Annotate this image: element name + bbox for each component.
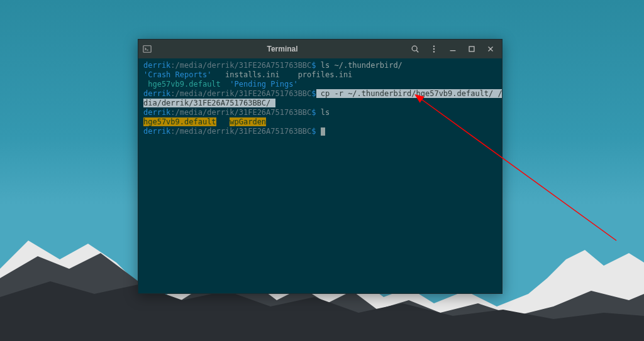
prompt-sep: $ <box>311 89 316 98</box>
svg-point-4 <box>433 45 435 46</box>
minimize-button[interactable] <box>445 41 460 57</box>
terminal-body[interactable]: derrik:/media/derrik/31FE26A751763BBC$ l… <box>138 58 502 293</box>
prompt-user: derrik <box>143 61 170 70</box>
selected-command: cp -r ~/.thunderbird/hge57vb9.default/ /… <box>316 89 502 98</box>
menu-button[interactable] <box>426 41 441 57</box>
prompt-path: :/media/derrik/31FE26A751763BBC <box>170 89 311 98</box>
prompt-path: :/media/derrik/31FE26A751763BBC <box>170 61 311 70</box>
close-button[interactable] <box>483 41 498 57</box>
terminal-line: derrik:/media/derrik/31FE26A751763BBC$ c… <box>143 89 497 99</box>
svg-point-2 <box>412 46 417 51</box>
svg-point-6 <box>433 51 435 52</box>
command-text: ls <box>316 108 330 117</box>
svg-point-5 <box>433 48 435 50</box>
terminal-line: hge57vb9.default 'Pending Pings' <box>143 80 497 89</box>
output-text: 'Pending Pings' <box>221 80 298 89</box>
output-text: 'Crash Reports' <box>143 70 211 79</box>
prompt-path: :/media/derrik/31FE26A751763BBC <box>170 127 311 136</box>
terminal-icon <box>142 44 152 54</box>
output-text: installs.ini profiles.ini <box>211 70 352 79</box>
selected-command: dia/derrik/31FE26A751763BBC/ <box>143 99 275 107</box>
terminal-line: 'Crash Reports' installs.ini profiles.in… <box>143 70 497 80</box>
titlebar-controls <box>408 41 498 57</box>
maximize-button[interactable] <box>464 41 479 57</box>
prompt-sep: $ <box>311 108 316 117</box>
highlighted-output: wpGarden <box>230 117 266 126</box>
prompt-user: derrik <box>143 89 170 98</box>
terminal-line: derrik:/media/derrik/31FE26A751763BBC$ l… <box>143 61 497 70</box>
terminal-window: Terminal derrik:/media/derrik/31FE26A751… <box>138 39 502 294</box>
prompt-path: :/media/derrik/31FE26A751763BBC <box>170 108 311 117</box>
prompt-sep: $ <box>311 127 316 136</box>
svg-rect-8 <box>469 46 474 51</box>
cursor <box>321 127 325 136</box>
command-text: ls ~/.thunderbird/ <box>316 61 402 70</box>
prompt-user: derrik <box>143 108 170 117</box>
output-text <box>216 117 230 126</box>
prompt-user: derrik <box>143 127 170 136</box>
terminal-line: derrik:/media/derrik/31FE26A751763BBC$ <box>143 127 497 136</box>
titlebar[interactable]: Terminal <box>138 40 502 58</box>
search-button[interactable] <box>408 41 423 57</box>
terminal-line: hge57vb9.default wpGarden <box>143 117 497 127</box>
output-text: hge57vb9.default <box>143 80 221 89</box>
highlighted-output: hge57vb9.default <box>143 117 216 126</box>
terminal-line: derrik:/media/derrik/31FE26A751763BBC$ l… <box>143 108 497 117</box>
prompt-sep: $ <box>311 61 316 70</box>
svg-line-3 <box>416 50 418 52</box>
window-title: Terminal <box>157 45 408 53</box>
terminal-line: dia/derrik/31FE26A751763BBC/ <box>143 99 497 108</box>
svg-rect-0 <box>143 46 151 53</box>
command-text <box>316 127 321 136</box>
